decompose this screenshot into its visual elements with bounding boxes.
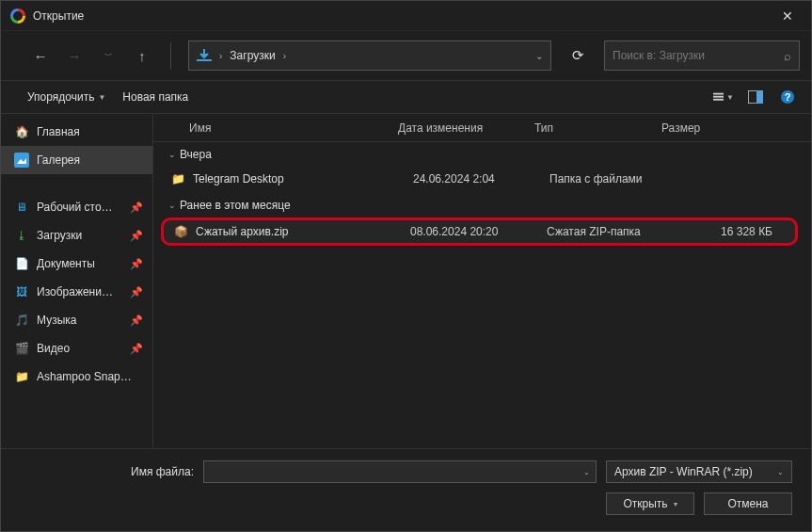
pin-icon: 📌: [130, 202, 143, 214]
up-button[interactable]: ↑: [131, 44, 153, 67]
pin-icon: 📌: [130, 314, 143, 327]
column-type[interactable]: Тип: [534, 121, 661, 135]
file-list: Имя Дата изменения Тип Размер ⌄ Вчера 📁 …: [153, 114, 811, 448]
file-type-filter[interactable]: Архив ZIP - WinRAR (*.zip) ⌄: [606, 460, 792, 483]
new-folder-button[interactable]: Новая папка: [122, 90, 188, 104]
sidebar-item-desktop[interactable]: 🖥 Рабочий сто… 📌: [1, 193, 152, 221]
sidebar-item-gallery[interactable]: Галерея: [1, 146, 152, 174]
sidebar-item-documents[interactable]: 📄 Документы 📌: [1, 250, 152, 278]
svg-rect-3: [713, 99, 724, 101]
svg-rect-2: [713, 96, 724, 98]
toolbar: Упорядочить ▼ Новая папка ▼ ?: [1, 80, 811, 114]
chevron-right-icon: ›: [219, 51, 222, 61]
refresh-button[interactable]: ⟳: [563, 40, 593, 71]
group-yesterday[interactable]: ⌄ Вчера: [153, 142, 811, 165]
sidebar-item-downloads[interactable]: ⭳ Загрузки 📌: [1, 221, 152, 250]
downloads-icon: [197, 48, 212, 63]
sidebar-item-music[interactable]: 🎵 Музыка 📌: [1, 306, 152, 334]
titlebar: Открытие ✕: [1, 1, 811, 31]
column-name[interactable]: Имя: [153, 121, 398, 135]
sidebar-item-videos[interactable]: 🎬 Видео 📌: [1, 334, 152, 363]
sidebar: 🏠 Главная Галерея 🖥 Рабочий сто… 📌 ⭳ Заг…: [1, 114, 153, 448]
column-headers: Имя Дата изменения Тип Размер: [153, 114, 811, 142]
back-button[interactable]: ←: [29, 44, 52, 67]
svg-rect-5: [756, 90, 763, 104]
window-title: Открытие: [33, 9, 84, 23]
home-icon: 🏠: [14, 124, 29, 139]
videos-icon: 🎬: [14, 341, 29, 356]
pin-icon: 📌: [130, 286, 143, 298]
preview-pane-button[interactable]: [745, 87, 766, 107]
pin-icon: 📌: [130, 343, 143, 355]
help-button[interactable]: ?: [777, 87, 798, 107]
pin-icon: 📌: [130, 230, 143, 242]
forward-button[interactable]: →: [63, 44, 86, 67]
group-earlier[interactable]: ⌄ Ранее в этом месяце: [153, 193, 811, 216]
cancel-button[interactable]: Отмена: [704, 492, 792, 515]
chevron-down-icon: ▼: [98, 93, 105, 102]
sidebar-item-home[interactable]: 🏠 Главная: [1, 118, 152, 146]
divider: [170, 42, 171, 69]
desktop-icon: 🖥: [14, 200, 29, 215]
folder-icon: 📁: [14, 369, 29, 384]
zip-icon: 📦: [171, 225, 190, 238]
chevron-down-icon: ▾: [674, 500, 677, 508]
open-button[interactable]: Открыть ▾: [606, 492, 694, 515]
svg-rect-1: [713, 93, 724, 95]
pin-icon: 📌: [130, 258, 143, 270]
search-icon[interactable]: ⌕: [784, 49, 791, 63]
file-row-zip[interactable]: 📦 Сжатый архив.zip 08.06.2024 20:20 Сжат…: [161, 218, 798, 246]
music-icon: 🎵: [14, 313, 29, 328]
chevron-down-icon[interactable]: ⌄: [583, 468, 590, 476]
documents-icon: 📄: [14, 256, 29, 271]
pictures-icon: 🖼: [14, 284, 29, 299]
close-button[interactable]: ✕: [766, 1, 809, 31]
downloads-icon: ⭳: [14, 228, 29, 243]
chevron-down-icon: ⌄: [777, 468, 784, 476]
column-date[interactable]: Дата изменения: [398, 121, 534, 135]
search-box[interactable]: ⌕: [604, 40, 800, 71]
navbar: ← → ﹀ ↑ › Загрузки › ⌄ ⟳ ⌕: [1, 31, 811, 80]
sidebar-item-pictures[interactable]: 🖼 Изображени… 📌: [1, 278, 152, 306]
svg-text:?: ?: [785, 91, 791, 103]
folder-icon: 📁: [168, 172, 187, 185]
sidebar-item-ashampoo[interactable]: 📁 Ashampoo Snap…: [1, 363, 152, 391]
filename-label: Имя файла:: [131, 465, 194, 478]
chevron-down-icon: ⌄: [168, 201, 176, 210]
footer: Имя файла: ⌄ Архив ZIP - WinRAR (*.zip) …: [1, 448, 811, 531]
filename-input[interactable]: ⌄: [203, 460, 597, 483]
search-input[interactable]: [613, 49, 784, 62]
recent-dropdown[interactable]: ﹀: [97, 44, 119, 67]
file-open-dialog: Открытие ✕ ← → ﹀ ↑ › Загрузки › ⌄ ⟳ ⌕ Уп…: [0, 0, 812, 532]
svg-rect-0: [197, 59, 212, 61]
view-options-button[interactable]: ▼: [713, 87, 734, 107]
file-row-telegram[interactable]: 📁 Telegram Desktop 24.06.2024 2:04 Папка…: [153, 165, 811, 193]
column-size[interactable]: Размер: [661, 121, 811, 135]
chevron-right-icon: ›: [283, 51, 286, 61]
chevron-down-icon[interactable]: ⌄: [535, 51, 543, 61]
breadcrumb[interactable]: › Загрузки › ⌄: [188, 40, 551, 71]
organize-button[interactable]: Упорядочить ▼: [27, 90, 105, 104]
body: 🏠 Главная Галерея 🖥 Рабочий сто… 📌 ⭳ Заг…: [1, 114, 811, 448]
chrome-icon: [10, 8, 25, 24]
chevron-down-icon: ⌄: [168, 150, 176, 159]
breadcrumb-folder[interactable]: Загрузки: [230, 49, 275, 62]
gallery-icon: [14, 153, 29, 168]
